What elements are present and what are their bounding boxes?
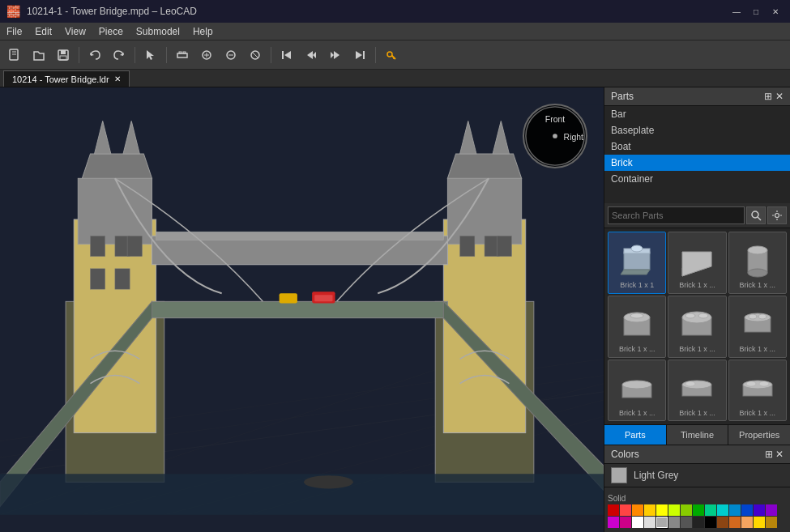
svg-point-92 (622, 381, 651, 389)
new-button[interactable] (3, 44, 26, 66)
color-cell[interactable] (693, 517, 704, 528)
color-cell[interactable] (668, 504, 680, 516)
maximize-button[interactable]: □ (748, 3, 764, 19)
parts-panel: Parts ⊞ ✕ Bar Baseplate Boat Brick Conta… (604, 87, 790, 445)
last-step-button[interactable] (348, 44, 371, 66)
menu-view[interactable]: View (58, 23, 92, 40)
key-button[interactable] (380, 44, 403, 66)
category-baseplate[interactable]: Baseplate (604, 122, 790, 138)
color-cell[interactable] (705, 504, 716, 516)
part-item-0[interactable]: Brick 1 x 1 (608, 232, 666, 294)
color-cell[interactable] (741, 517, 753, 528)
part-item-4[interactable]: Brick 1 x ... (668, 296, 726, 358)
color-cell[interactable] (717, 517, 728, 528)
tab-parts[interactable]: Parts (604, 425, 667, 445)
color-cell[interactable] (620, 504, 631, 516)
viewport[interactable]: Front Right (0, 87, 604, 532)
part-label-7: Brick 1 x ... (679, 409, 715, 418)
color-cell[interactable] (608, 504, 619, 516)
color-cell[interactable] (608, 517, 619, 528)
open-button[interactable] (28, 44, 50, 66)
color-cell[interactable] (754, 504, 765, 516)
color-cell[interactable] (644, 504, 655, 516)
color-cell[interactable] (717, 504, 728, 516)
category-boat[interactable]: Boat (604, 138, 790, 155)
parts-search-button[interactable] (746, 206, 766, 224)
menu-file[interactable]: File (0, 23, 28, 40)
tab-close-icon[interactable]: ✕ (114, 74, 121, 83)
color-cell[interactable] (656, 504, 668, 516)
color-cell[interactable] (766, 517, 777, 528)
parts-panel-tile-button[interactable]: ⊞ (764, 91, 772, 102)
first-step-button[interactable] (275, 44, 298, 66)
color-cell[interactable] (681, 504, 692, 516)
toolbar (0, 40, 790, 70)
window-controls: — □ ✕ (728, 3, 784, 19)
sep4 (271, 47, 271, 63)
menu-help[interactable]: Help (186, 23, 220, 40)
part-item-5[interactable]: Brick 1 x ... (728, 296, 787, 358)
save-button[interactable] (52, 44, 75, 66)
part-label-6: Brick 1 x ... (619, 409, 655, 418)
color-cell[interactable] (766, 504, 777, 516)
color-cell[interactable] (656, 517, 668, 528)
tool4-button[interactable] (244, 44, 267, 66)
next-step-button[interactable] (324, 44, 347, 66)
close-button[interactable]: ✕ (767, 3, 784, 19)
svg-rect-56 (152, 301, 448, 317)
svg-rect-61 (280, 293, 297, 303)
svg-rect-55 (156, 232, 444, 240)
tab-properties[interactable]: Properties (728, 425, 790, 445)
tool2-button[interactable] (195, 44, 218, 66)
color-cell[interactable] (741, 504, 753, 516)
parts-panel-close-button[interactable]: ✕ (775, 91, 784, 102)
part-item-6[interactable]: Brick 1 x ... (608, 360, 666, 422)
parts-grid[interactable]: Brick 1 x 1 Brick 1 x ... (604, 228, 790, 424)
parts-settings-button[interactable] (767, 206, 787, 224)
svg-point-67 (553, 134, 557, 138)
redo-button[interactable] (108, 44, 130, 66)
color-cell[interactable] (632, 517, 643, 528)
prev-step-button[interactable] (300, 44, 322, 66)
color-cell[interactable] (705, 517, 716, 528)
color-cell[interactable] (620, 517, 631, 528)
colors-panel-close-button[interactable]: ✕ (775, 449, 784, 460)
color-cell[interactable] (729, 504, 741, 516)
color-swatch (611, 467, 627, 483)
bridge-scene: Front Right (0, 87, 604, 532)
parts-categories-list[interactable]: Bar Baseplate Boat Brick Container (604, 106, 790, 203)
minimize-button[interactable]: — (728, 3, 745, 19)
viewport-tab[interactable]: 10214 - Tower Bridge.ldr ✕ (3, 70, 130, 87)
tab-timeline[interactable]: Timeline (667, 425, 729, 445)
color-cell[interactable] (729, 517, 741, 528)
part-item-2[interactable]: Brick 1 x ... (728, 232, 787, 294)
part-item-1[interactable]: Brick 1 x ... (668, 232, 726, 294)
color-cell[interactable] (644, 517, 655, 528)
menu-edit[interactable]: Edit (28, 23, 58, 40)
svg-point-78 (748, 246, 767, 254)
svg-line-69 (758, 217, 761, 220)
menu-piece[interactable]: Piece (92, 23, 130, 40)
color-cell[interactable] (668, 517, 680, 528)
parts-search-input[interactable] (608, 206, 745, 224)
part-item-8[interactable]: Brick 1 x ... (728, 360, 787, 422)
color-cell[interactable] (681, 517, 692, 528)
colors-panel: Colors ⊞ ✕ Light Grey Solid Translucent (604, 445, 790, 532)
color-cell[interactable] (754, 517, 765, 528)
part-label-0: Brick 1 x 1 (620, 281, 654, 290)
select-tool-button[interactable] (139, 44, 162, 66)
menu-submodel[interactable]: Submodel (130, 23, 186, 40)
undo-button[interactable] (83, 44, 106, 66)
part-thumbnail-7 (674, 364, 720, 409)
color-cell[interactable] (693, 504, 704, 516)
colors-panel-tile-button[interactable]: ⊞ (765, 449, 773, 460)
part-item-3[interactable]: Brick 1 x ... (608, 296, 666, 358)
category-container[interactable]: Container (604, 171, 790, 187)
color-cell[interactable] (632, 504, 643, 516)
tool3-button[interactable] (220, 44, 242, 66)
current-color-display[interactable]: Light Grey (604, 464, 790, 487)
part-item-7[interactable]: Brick 1 x ... (668, 360, 726, 422)
category-brick[interactable]: Brick (604, 155, 790, 171)
category-bar[interactable]: Bar (604, 106, 790, 122)
tool1-button[interactable] (171, 44, 194, 66)
